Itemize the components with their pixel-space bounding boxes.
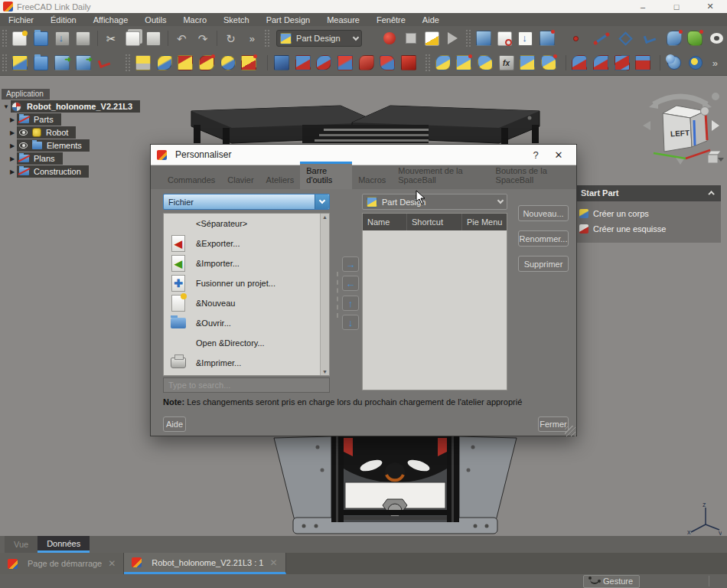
command-list[interactable]: <Séparateur> ◀ &Exporter... ◀ &Importer.… xyxy=(163,213,330,376)
list-item-nouveau[interactable]: &Nouveau xyxy=(164,293,329,313)
macro-record-icon[interactable] xyxy=(380,29,399,47)
boolean-box-icon[interactable] xyxy=(240,54,259,72)
column-shortcut[interactable]: Shortcut xyxy=(407,214,462,230)
workbench-selector[interactable]: Part Design xyxy=(276,30,362,47)
close-button[interactable]: ✕ xyxy=(693,0,727,13)
hole-blue-icon[interactable] xyxy=(272,54,291,72)
pad-icon[interactable] xyxy=(11,54,29,72)
sketch-point-icon[interactable] xyxy=(566,29,585,47)
fillet-icon[interactable] xyxy=(357,54,376,72)
menu-fichier[interactable]: Fichier xyxy=(0,13,42,26)
pattern-linear-icon[interactable] xyxy=(455,54,473,72)
move-right-button[interactable]: → xyxy=(342,256,359,272)
create-body-item[interactable]: Créer un corps xyxy=(575,206,721,221)
subtractive-shell-icon[interactable] xyxy=(634,54,653,72)
macro-edit-icon[interactable] xyxy=(422,29,441,47)
sketch-polyline-icon[interactable] xyxy=(641,29,659,47)
minimize-button[interactable]: – xyxy=(626,0,660,13)
expander-open-icon[interactable]: ▼ xyxy=(2,103,11,110)
expander-closed-icon[interactable]: ▶ xyxy=(8,116,17,123)
expander-closed-icon[interactable]: ▶ xyxy=(8,129,17,136)
maximize-button[interactable]: □ xyxy=(660,0,693,13)
toolbar-grip[interactable] xyxy=(425,54,430,71)
sketch-new-icon[interactable] xyxy=(495,29,513,47)
file-new-icon[interactable] xyxy=(11,29,29,47)
sketch-quadrilateral-icon[interactable] xyxy=(617,29,635,47)
scroll-up-icon[interactable]: ▲ xyxy=(322,214,328,220)
part-design-body-icon[interactable] xyxy=(474,29,493,47)
sketch-leave-icon[interactable] xyxy=(517,29,535,47)
menu-affichage[interactable]: Affichage xyxy=(85,13,137,26)
move-left-button[interactable]: ← xyxy=(342,276,359,291)
tree-root-row[interactable]: ▼ Robot_holonome_V2.21L3 xyxy=(2,100,140,113)
menu-outils[interactable]: Outils xyxy=(136,13,174,26)
revolution-icon[interactable] xyxy=(155,54,174,72)
tab-barre-outils[interactable]: Barre d'outils xyxy=(300,162,352,189)
renommer-button[interactable]: Renommer... xyxy=(518,230,569,247)
tab-macros[interactable]: Macros xyxy=(352,172,392,189)
tab-clavier[interactable]: Clavier xyxy=(221,172,259,189)
link-make-icon[interactable]: ➜ xyxy=(53,54,71,72)
doc-tab-start-page[interactable]: Page de démarrage ✕ xyxy=(0,553,124,574)
helix-icon[interactable] xyxy=(219,54,237,72)
dialog-close-button[interactable]: ✕ xyxy=(547,149,570,161)
file-open-icon[interactable] xyxy=(32,29,51,47)
face-blue-icon[interactable] xyxy=(665,29,683,47)
expander-closed-icon[interactable]: ▶ xyxy=(8,155,17,162)
tab-ateliers[interactable]: Ateliers xyxy=(260,172,301,189)
pipe-icon[interactable] xyxy=(315,54,333,72)
datum-axes-icon[interactable] xyxy=(96,54,114,72)
dialog-help-button[interactable]: ? xyxy=(524,149,547,161)
pattern-polar-icon[interactable] xyxy=(476,54,494,72)
paste-icon[interactable] xyxy=(145,29,163,47)
cut-icon[interactable]: ✂ xyxy=(103,29,121,47)
scroll-down-icon[interactable]: ▼ xyxy=(322,369,328,374)
subtractive-pad-icon[interactable] xyxy=(571,54,589,72)
redo-icon[interactable]: ↷ xyxy=(194,29,212,47)
print-icon[interactable] xyxy=(74,29,93,47)
tree-item-plans[interactable]: ▶ Plans xyxy=(2,152,140,165)
hole-red-icon[interactable] xyxy=(294,54,312,72)
list-item-exporter[interactable]: ◀ &Exporter... xyxy=(164,234,329,253)
macro-stop-icon[interactable] xyxy=(402,29,420,47)
toolbar-overflow-icon[interactable]: » xyxy=(243,29,261,47)
boolean-group-icon[interactable] xyxy=(540,54,558,72)
navigation-cube[interactable]: LEFT xyxy=(637,86,725,168)
menu-fenetre[interactable]: Fenêtre xyxy=(368,13,414,26)
close-tab-icon[interactable]: ✕ xyxy=(269,557,277,568)
list-item-fusionner[interactable]: ✚ Fusionner un projet... xyxy=(164,273,329,293)
tab-mouvement-spaceball[interactable]: Mouvement de la SpaceBall xyxy=(392,162,489,189)
category-combobox[interactable]: Fichier xyxy=(163,194,330,210)
tab-vue[interactable]: Vue xyxy=(5,536,37,553)
tree-item-elements[interactable]: ▶ Elements xyxy=(2,139,140,152)
macro-play-icon[interactable] xyxy=(444,29,462,47)
sphere-primitive-icon[interactable] xyxy=(665,54,683,72)
sketch-line-icon[interactable] xyxy=(592,29,611,47)
resize-grip[interactable] xyxy=(565,426,575,436)
expander-closed-icon[interactable]: ▶ xyxy=(8,168,17,175)
pocket-icon[interactable] xyxy=(177,54,195,72)
toolbar-grip[interactable] xyxy=(126,54,130,71)
create-sketch-item[interactable]: Créer une esquisse xyxy=(575,221,721,237)
menu-part-design[interactable]: Part Design xyxy=(258,13,318,26)
datum-box-icon[interactable] xyxy=(538,29,556,47)
tree-item-robot[interactable]: ▶ Robot xyxy=(2,126,140,139)
torus-primitive-icon[interactable] xyxy=(686,54,705,72)
fermer-button[interactable]: Fermer xyxy=(538,416,569,432)
menu-sketch[interactable]: Sketch xyxy=(215,13,258,26)
pattern-mirror-icon[interactable] xyxy=(434,54,452,72)
tab-donnees[interactable]: Données xyxy=(37,536,90,553)
menu-aide[interactable]: Aide xyxy=(414,13,448,26)
tree-panel-title[interactable]: Application xyxy=(2,89,50,100)
face-green-icon[interactable] xyxy=(686,29,705,47)
undo-icon[interactable]: ↶ xyxy=(173,29,191,47)
toolbar-overflow-icon[interactable]: » xyxy=(706,54,725,72)
gesture-nav-button[interactable]: Gesture xyxy=(583,575,640,588)
groove-icon[interactable] xyxy=(197,54,216,72)
subtractive-wedge-icon[interactable] xyxy=(592,54,610,72)
toolbar-table[interactable]: Name Shortcut Pie Menu xyxy=(362,213,507,390)
draft-icon[interactable] xyxy=(399,54,418,72)
toolbar-grip[interactable] xyxy=(265,30,269,47)
pad-tool-icon[interactable] xyxy=(134,54,152,72)
supprimer-button[interactable]: Supprimer xyxy=(518,256,569,272)
